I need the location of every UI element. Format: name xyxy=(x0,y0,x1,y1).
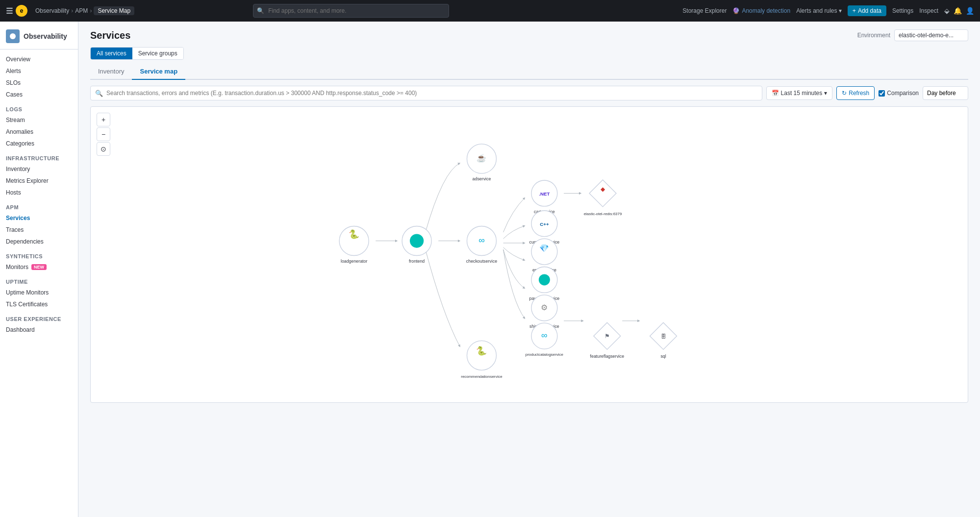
comparison-check[interactable]: Comparison xyxy=(879,90,919,97)
settings-btn[interactable]: Settings xyxy=(892,7,913,14)
sidebar-item-hosts[interactable]: Hosts xyxy=(0,187,78,198)
center-btn[interactable]: ⊙ xyxy=(97,142,110,156)
hamburger-icon[interactable]: ☰ xyxy=(6,6,13,16)
user-experience-section-label: User Experience xyxy=(0,314,78,324)
sidebar-section-main: Overview Alerts SLOs Cases xyxy=(0,53,78,100)
sidebar-section-uptime: Uptime Uptime Monitors TLS Certificates xyxy=(0,277,78,310)
sidebar-section-infrastructure: Infrastructure Inventory Metrics Explore… xyxy=(0,153,78,198)
svg-text:productcatalogservice: productcatalogservice xyxy=(526,352,564,357)
service-map-svg: 🐍 loadgenerator frontend ∞ checkoutservi… xyxy=(91,107,968,401)
sidebar-section-user-experience: User Experience Dashboard xyxy=(0,314,78,336)
tab-inventory[interactable]: Inventory xyxy=(90,64,132,80)
storage-explorer-btn[interactable]: Storage Explorer xyxy=(682,7,727,14)
environment-select[interactable]: elastic-otel-demo-e... xyxy=(894,29,968,41)
alerts-rules-btn[interactable]: Alerts and rules ▾ xyxy=(796,7,842,14)
toolbar-search-wrap: 🔍 xyxy=(90,86,762,100)
node-loadgenerator[interactable]: 🐍 loadgenerator xyxy=(339,226,369,264)
tab-service-map[interactable]: Service map xyxy=(132,64,185,80)
time-filter-label: Last 15 minutes xyxy=(781,90,823,97)
elastic-logo: ☰ e xyxy=(6,5,27,17)
sidebar-section-apm: APM Services Traces Dependencies xyxy=(0,202,78,247)
refresh-label: Refresh xyxy=(849,90,869,97)
page-title: Services xyxy=(90,30,130,41)
node-featureflagservice[interactable]: ⚑ featureflagservice xyxy=(590,322,625,359)
sidebar-item-inventory[interactable]: Inventory xyxy=(0,163,78,175)
edge-checkout-payment xyxy=(503,247,525,260)
breadcrumbs: Observability › APM › Service Map xyxy=(35,6,134,15)
map-controls: + − ⊙ xyxy=(97,113,110,156)
svg-text:elastic-otel-redis:6379: elastic-otel-redis:6379 xyxy=(584,212,622,216)
svg-text:◆: ◆ xyxy=(601,186,605,193)
infrastructure-section-label: Infrastructure xyxy=(0,153,78,163)
svg-text:sql: sql xyxy=(660,354,666,359)
topbar-icons: ⬙ 🔔 👤 xyxy=(944,7,974,15)
node-elastic-redis[interactable]: ◆ elastic-otel-redis:6379 xyxy=(584,180,622,216)
day-before-select[interactable]: Day before xyxy=(923,86,968,100)
notifications-icon[interactable]: 🔔 xyxy=(954,7,962,15)
sidebar-item-dashboard[interactable]: Dashboard xyxy=(0,324,78,336)
topbar-search-input[interactable] xyxy=(253,4,449,18)
zoom-in-btn[interactable]: + xyxy=(97,113,110,126)
topbar: ☰ e Observability › APM › Service Map 🔍 … xyxy=(0,0,980,22)
node-frontend[interactable]: frontend xyxy=(402,226,431,264)
node-checkoutservice[interactable]: ∞ checkoutservice xyxy=(466,226,497,264)
sidebar-item-services[interactable]: Services xyxy=(0,212,78,224)
sidebar-item-slos[interactable]: SLOs xyxy=(0,77,78,89)
tab-service-groups[interactable]: Service groups xyxy=(132,48,183,59)
svg-point-26 xyxy=(539,274,550,285)
refresh-icon: ↻ xyxy=(842,90,847,97)
toolbar-search-icon: 🔍 xyxy=(95,90,103,97)
sidebar-item-tls-certificates[interactable]: TLS Certificates xyxy=(0,298,78,310)
svg-text:💎: 💎 xyxy=(539,244,549,253)
node-sql[interactable]: 🗄 sql xyxy=(650,322,677,359)
sidebar-item-dependencies[interactable]: Dependencies xyxy=(0,236,78,247)
sidebar-item-stream[interactable]: Stream xyxy=(0,114,78,126)
sidebar-item-metrics-explorer[interactable]: Metrics Explorer xyxy=(0,175,78,187)
environment-selector: Environment elastic-otel-demo-e... xyxy=(857,29,968,41)
chevron-down-icon: ▾ xyxy=(824,90,827,97)
tab-all-services[interactable]: All services xyxy=(91,48,132,59)
toolbar: 🔍 📅 Last 15 minutes ▾ ↻ Refresh xyxy=(90,86,968,100)
breadcrumb-service-map[interactable]: Service Map xyxy=(94,6,134,15)
svg-text:C++: C++ xyxy=(540,222,549,227)
user-icon[interactable]: 👤 xyxy=(966,7,974,15)
zoom-out-btn[interactable]: − xyxy=(97,127,110,141)
svg-rect-16 xyxy=(589,180,616,207)
inspect-btn[interactable]: Inspect xyxy=(919,7,938,14)
toolbar-search-input[interactable] xyxy=(90,86,762,100)
plus-icon: + xyxy=(853,7,856,14)
svg-text:🗄: 🗄 xyxy=(661,333,666,339)
environment-label: Environment xyxy=(857,32,890,39)
page-header: Services Environment elastic-otel-demo-e… xyxy=(90,29,968,41)
sidebar-item-cases[interactable]: Cases xyxy=(0,89,78,100)
topbar-right: Storage Explorer 🔮 Anomaly detection Ale… xyxy=(682,5,974,16)
sidebar-item-anomalies[interactable]: Anomalies xyxy=(0,126,78,138)
share-icon[interactable]: ⬙ xyxy=(944,7,950,15)
svg-text:checkoutservice: checkoutservice xyxy=(466,259,497,264)
svg-text:recommendationservice: recommendationservice xyxy=(461,374,503,379)
breadcrumb-apm[interactable]: APM xyxy=(75,7,88,14)
node-cartservice[interactable]: .NET cartservice xyxy=(531,180,557,214)
sidebar-item-uptime-monitors[interactable]: Uptime Monitors xyxy=(0,287,78,298)
time-filter-btn[interactable]: 📅 Last 15 minutes ▾ xyxy=(766,86,833,100)
comparison-label: Comparison xyxy=(887,90,919,97)
sidebar-item-traces[interactable]: Traces xyxy=(0,224,78,236)
sidebar-item-overview[interactable]: Overview xyxy=(0,53,78,65)
node-adservice[interactable]: ☕ adservice xyxy=(467,144,496,181)
refresh-btn[interactable]: ↻ Refresh xyxy=(836,86,875,100)
sidebar-item-categories[interactable]: Categories xyxy=(0,138,78,149)
breadcrumb-observability[interactable]: Observability xyxy=(35,7,69,14)
anomaly-detection-btn[interactable]: 🔮 Anomaly detection xyxy=(732,7,790,14)
sidebar-section-logs: Logs Stream Anomalies Categories xyxy=(0,104,78,149)
chevron-down-icon: ▾ xyxy=(839,7,842,14)
main-inner: Services Environment elastic-otel-demo-e… xyxy=(78,22,980,411)
apm-section-label: APM xyxy=(0,202,78,212)
sidebar-item-monitors[interactable]: Monitors NEW xyxy=(0,261,78,273)
add-data-btn[interactable]: + Add data xyxy=(848,5,886,16)
svg-text:⚙: ⚙ xyxy=(541,303,548,312)
sidebar-item-alerts[interactable]: Alerts xyxy=(0,65,78,77)
comparison-checkbox[interactable] xyxy=(879,90,885,97)
observability-logo xyxy=(6,29,20,43)
svg-text:adservice: adservice xyxy=(473,176,491,181)
node-recommendationservice[interactable]: 🐍 recommendationservice xyxy=(461,341,503,379)
